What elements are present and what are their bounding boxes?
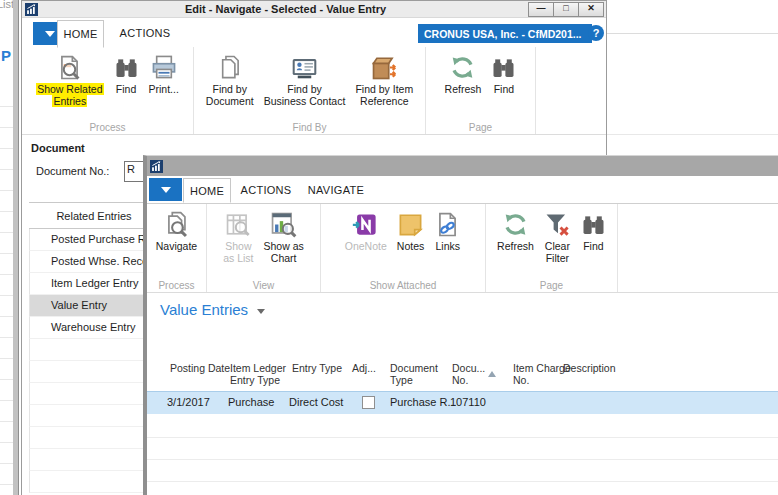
chevron-down-icon [45, 31, 55, 37]
find-by-item-reference-button[interactable]: Find by ItemReference [350, 47, 418, 134]
show-as-chart-icon [270, 209, 297, 239]
tab-home[interactable]: HOME [57, 20, 104, 48]
show-as-chart-button[interactable]: Show asChart [259, 204, 309, 292]
window1-tabrow: HOME ACTIONS CRONUS USA, Inc. - CfMD201.… [22, 18, 606, 49]
window2-tabrow: HOME ACTIONS NAVIGATE [147, 176, 778, 204]
list-item-warehouse-entry[interactable]: Warehouse Entry [29, 317, 159, 339]
list-item-item-ledger-entry[interactable]: Item Ledger Entry [29, 273, 159, 295]
find-icon [114, 52, 139, 82]
app-icon [25, 3, 38, 16]
list-item-value-entry[interactable]: Value Entry [29, 295, 159, 317]
chevron-down-icon [257, 309, 265, 314]
list-item-empty [29, 427, 159, 449]
document-section-heading: Document [31, 142, 85, 154]
find-by-business-contact-icon [291, 52, 318, 82]
links-icon [434, 209, 461, 239]
navigate-button[interactable]: Navigate [151, 204, 202, 292]
notes-button[interactable]: Notes [392, 204, 429, 292]
window1-titlebar[interactable]: Edit - Navigate - Selected - Value Entry… [22, 1, 606, 18]
tab-home[interactable]: HOME [183, 178, 231, 203]
links-button[interactable]: Links [429, 204, 466, 292]
refresh-icon [502, 209, 529, 239]
list-item-empty [29, 449, 159, 471]
find-by-item-reference-label: Find by ItemReference [355, 83, 413, 107]
tab-navigate-label: NAVIGATE [308, 184, 364, 196]
table-row[interactable]: 3/1/2017 Purchase Direct Cost Purchase R… [147, 391, 778, 414]
column-header-entry-type[interactable]: Entry Type [292, 362, 342, 374]
cell-item-ledger-entry-type: Purchase [228, 396, 274, 408]
print-button[interactable]: Print... [144, 47, 184, 134]
cell-document-no: 107110 [450, 396, 486, 408]
find-label: Find [116, 83, 136, 95]
list-item-empty [29, 405, 159, 427]
column-header-description[interactable]: Description [563, 362, 616, 374]
refresh-button[interactable]: Refresh [492, 204, 539, 292]
maximize-button[interactable]: □ [553, 2, 579, 17]
find-button[interactable]: Find [109, 47, 144, 134]
tab-navigate[interactable]: NAVIGATE [301, 176, 371, 203]
sort-ascending-icon [488, 371, 496, 377]
help-icon[interactable]: ? [588, 25, 604, 41]
tab-actions[interactable]: ACTIONS [112, 18, 178, 48]
ribbon-group-view: View [207, 280, 320, 291]
clear-filter-button[interactable]: ClearFilter [539, 204, 576, 292]
find-icon [581, 209, 606, 239]
close-button[interactable]: ✕ [578, 2, 604, 17]
column-header-posting-date[interactable]: Posting Date [170, 362, 230, 374]
list-item-empty [29, 471, 159, 493]
adjustment-checkbox[interactable] [362, 396, 375, 409]
navigate-label: Navigate [156, 240, 197, 252]
find-page-button[interactable]: Find [486, 47, 521, 134]
list-item-posted-whse-receipt[interactable]: Posted Whse. Rece [29, 251, 159, 273]
window-title: Edit - Navigate - Selected - Value Entry [42, 3, 529, 15]
company-badge[interactable]: CRONUS USA, Inc. - CfMD201... [418, 24, 592, 43]
refresh-label: Refresh [445, 83, 482, 95]
window2-titlebar[interactable] [147, 156, 778, 176]
application-menu-button[interactable] [149, 178, 182, 201]
column-header-item-ledger-entry-type[interactable]: Item LedgerEntry Type [230, 362, 286, 386]
find-by-business-contact-button[interactable]: Find byBusiness Contact [259, 47, 351, 134]
notes-label: Notes [397, 240, 424, 252]
column-header-document-no[interactable]: Docu...No. [452, 362, 485, 386]
show-as-list-label: Showas List [223, 240, 253, 264]
page-title[interactable]: Value Entries [160, 301, 265, 318]
tab-actions-label: ACTIONS [241, 184, 292, 196]
print-label: Print... [149, 83, 179, 95]
grid-line [147, 459, 778, 460]
background-divider [607, 134, 778, 135]
show-as-list-button[interactable]: Showas List [218, 204, 258, 292]
show-as-list-icon [225, 209, 252, 239]
onenote-button[interactable]: OneNote [340, 204, 392, 292]
tab-actions-label: ACTIONS [120, 27, 171, 39]
ribbon-group-show-attached: Show Attached [321, 280, 485, 291]
refresh-icon [449, 52, 476, 82]
screen: List P Edit - Navigate - Selected - Valu… [0, 0, 778, 495]
app-icon [150, 160, 163, 173]
window2-ribbon: Navigate Process Showas List [147, 204, 778, 293]
find-button[interactable]: Find [576, 204, 611, 292]
notes-icon [397, 209, 424, 239]
tab-actions[interactable]: ACTIONS [235, 176, 297, 203]
value-entries-window: HOME ACTIONS NAVIGATE [143, 155, 778, 495]
refresh-button[interactable]: Refresh [440, 47, 487, 134]
list-item-posted-purchase-receipt[interactable]: Posted Purchase Re [29, 229, 159, 251]
ribbon-group-page: Page [486, 280, 617, 291]
find-by-business-contact-label: Find byBusiness Contact [264, 83, 346, 107]
navigate-icon [163, 209, 190, 239]
show-related-entries-button[interactable]: Show RelatedEntries [31, 47, 108, 134]
background-scrollbar[interactable] [13, 0, 19, 495]
find-label: Find [583, 240, 603, 252]
related-entries-list: Related Entries Posted Purchase Re Poste… [29, 202, 159, 493]
find-by-document-label: Find byDocument [206, 83, 254, 107]
minimize-button[interactable]: — [528, 2, 554, 17]
column-header-adjustment[interactable]: Adj... [352, 362, 376, 374]
background-heading-fragment: P [1, 47, 11, 64]
find-by-document-button[interactable]: Find byDocument [201, 47, 259, 134]
onenote-icon [352, 209, 379, 239]
onenote-label: OneNote [345, 240, 387, 252]
column-header-document-type[interactable]: DocumentType [390, 362, 438, 386]
related-entries-header[interactable]: Related Entries [29, 202, 159, 229]
cell-entry-type: Direct Cost [289, 396, 343, 408]
document-no-label: Document No.: [36, 165, 109, 177]
print-icon [151, 52, 177, 82]
